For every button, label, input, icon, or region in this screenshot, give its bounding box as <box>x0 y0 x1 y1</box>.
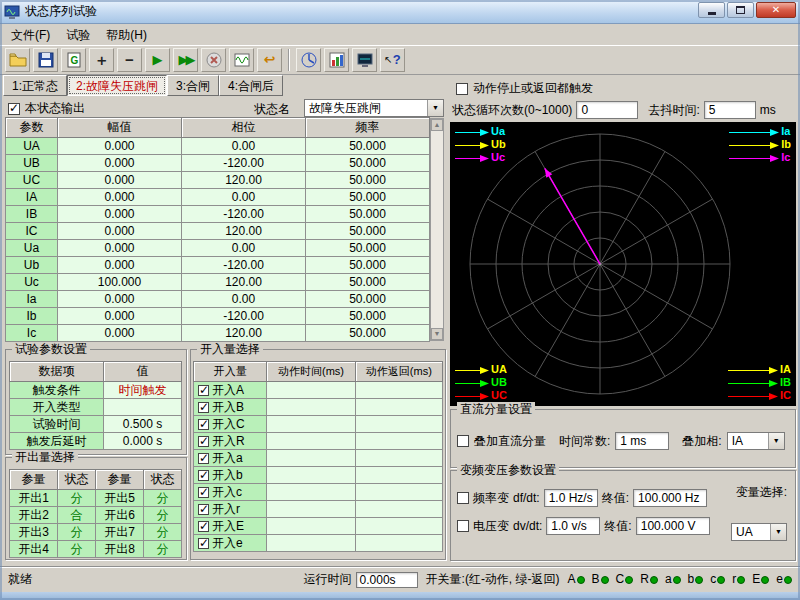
amplitude-cell[interactable]: 0.000 <box>58 138 182 155</box>
run-button[interactable]: ▶ <box>145 48 170 72</box>
frequency-cell[interactable]: 50.000 <box>306 291 430 308</box>
menu-file[interactable]: 文件(F) <box>3 26 58 45</box>
frequency-cell[interactable]: 50.000 <box>306 257 430 274</box>
frequency-cell[interactable]: 50.000 <box>306 308 430 325</box>
return-time-cell[interactable] <box>355 484 442 501</box>
frequency-cell[interactable]: 50.000 <box>306 274 430 291</box>
output-state-cell[interactable]: 分 <box>144 541 182 558</box>
phase-cell[interactable]: 0.00 <box>182 189 306 206</box>
input-checkbox[interactable] <box>198 538 209 549</box>
output-state-cell[interactable]: 合 <box>58 507 96 524</box>
test-param-value-cell[interactable]: 时间触发 <box>104 382 182 399</box>
phase-cell[interactable]: 120.00 <box>182 223 306 240</box>
titlebar[interactable]: 状态序列试验 <box>0 0 800 24</box>
return-time-cell[interactable] <box>355 450 442 467</box>
action-time-cell[interactable] <box>267 484 355 501</box>
save-button[interactable] <box>33 48 58 72</box>
dvdt-input[interactable]: 1.0 v/s <box>546 517 600 535</box>
output-state-cell[interactable]: 分 <box>144 524 182 541</box>
export-button[interactable]: G <box>61 48 86 72</box>
phase-cell[interactable]: 120.00 <box>182 274 306 291</box>
input-checkbox[interactable] <box>198 453 209 464</box>
add-state-button[interactable]: ＋ <box>89 48 114 72</box>
test-param-value-cell[interactable]: 0.000 s <box>104 433 182 450</box>
input-checkbox[interactable] <box>198 436 209 447</box>
chevron-down-icon[interactable] <box>768 433 784 449</box>
input-checkbox[interactable] <box>198 470 209 481</box>
test-param-value-cell[interactable] <box>104 399 182 416</box>
tab-state-1[interactable]: 1:正常态 <box>3 75 67 96</box>
dc-phase-select[interactable]: IA <box>727 432 785 450</box>
dc-tc-input[interactable]: 1 ms <box>615 432 669 450</box>
amplitude-cell[interactable]: 0.000 <box>58 308 182 325</box>
loop-count-input[interactable]: 0 <box>576 101 638 119</box>
input-checkbox[interactable] <box>198 402 209 413</box>
output-state-cell[interactable]: 分 <box>144 490 182 507</box>
frequency-cell[interactable]: 50.000 <box>306 325 430 342</box>
frequency-cell[interactable]: 50.000 <box>306 189 430 206</box>
trigger-checkbox[interactable] <box>456 83 468 95</box>
frequency-cell[interactable]: 50.000 <box>306 240 430 257</box>
output-state-cell[interactable]: 分 <box>58 541 96 558</box>
minimize-button[interactable] <box>698 2 725 18</box>
output-state-cell[interactable]: 分 <box>58 490 96 507</box>
scroll-up-icon[interactable]: ▲ <box>431 119 443 131</box>
open-button[interactable] <box>5 48 30 72</box>
input-checkbox[interactable] <box>198 487 209 498</box>
amplitude-cell[interactable]: 100.000 <box>58 274 182 291</box>
input-checkbox[interactable] <box>198 504 209 515</box>
run-all-button[interactable]: ▶▶ <box>173 48 198 72</box>
action-time-cell[interactable] <box>267 433 355 450</box>
amplitude-cell[interactable]: 0.000 <box>58 240 182 257</box>
dfdt-input[interactable]: 1.0 Hz/s <box>544 489 598 507</box>
action-time-cell[interactable] <box>267 399 355 416</box>
amplitude-cell[interactable]: 0.000 <box>58 223 182 240</box>
return-time-cell[interactable] <box>355 399 442 416</box>
input-checkbox[interactable] <box>198 385 209 396</box>
action-time-cell[interactable] <box>267 450 355 467</box>
phase-cell[interactable]: 120.00 <box>182 172 306 189</box>
frequency-cell[interactable]: 50.000 <box>306 138 430 155</box>
phase-cell[interactable]: 120.00 <box>182 325 306 342</box>
return-time-cell[interactable] <box>355 416 442 433</box>
volt-final-input[interactable]: 100.000 V <box>636 517 710 535</box>
freq-change-checkbox[interactable] <box>457 492 469 504</box>
monitor-button[interactable] <box>352 48 377 72</box>
chevron-down-icon[interactable] <box>427 100 443 116</box>
frequency-cell[interactable]: 50.000 <box>306 172 430 189</box>
help-button[interactable]: ↖? <box>380 48 405 72</box>
volt-change-checkbox[interactable] <box>457 520 469 532</box>
action-time-cell[interactable] <box>267 518 355 535</box>
menu-help[interactable]: 帮助(H) <box>98 26 155 45</box>
amplitude-cell[interactable]: 0.000 <box>58 325 182 342</box>
phasor-button[interactable] <box>296 48 321 72</box>
phase-cell[interactable]: -120.00 <box>182 206 306 223</box>
return-time-cell[interactable] <box>355 433 442 450</box>
variable-select[interactable]: UA <box>731 523 787 541</box>
chart-button[interactable] <box>324 48 349 72</box>
frequency-cell[interactable]: 50.000 <box>306 223 430 240</box>
menu-test[interactable]: 试验 <box>58 26 98 45</box>
action-time-cell[interactable] <box>267 382 355 399</box>
action-time-cell[interactable] <box>267 467 355 484</box>
frequency-cell[interactable]: 50.000 <box>306 155 430 172</box>
frequency-cell[interactable]: 50.000 <box>306 206 430 223</box>
action-time-cell[interactable] <box>267 501 355 518</box>
action-time-cell[interactable] <box>267 416 355 433</box>
state-output-checkbox[interactable] <box>8 103 20 115</box>
tab-state-2[interactable]: 2:故障失压跳闸 <box>67 75 167 96</box>
return-time-cell[interactable] <box>355 518 442 535</box>
param-table-scrollbar[interactable]: ▲ ▼ <box>430 118 444 341</box>
debounce-input[interactable]: 5 <box>704 101 756 119</box>
close-button[interactable] <box>756 2 796 18</box>
chevron-down-icon[interactable] <box>770 524 786 540</box>
output-state-cell[interactable]: 分 <box>58 524 96 541</box>
input-checkbox[interactable] <box>198 419 209 430</box>
waveform-button[interactable] <box>229 48 254 72</box>
amplitude-cell[interactable]: 0.000 <box>58 155 182 172</box>
return-time-cell[interactable] <box>355 467 442 484</box>
return-time-cell[interactable] <box>355 382 442 399</box>
maximize-button[interactable] <box>727 2 754 18</box>
tab-state-3[interactable]: 3:合闸 <box>167 75 219 96</box>
stop-button[interactable] <box>201 48 226 72</box>
